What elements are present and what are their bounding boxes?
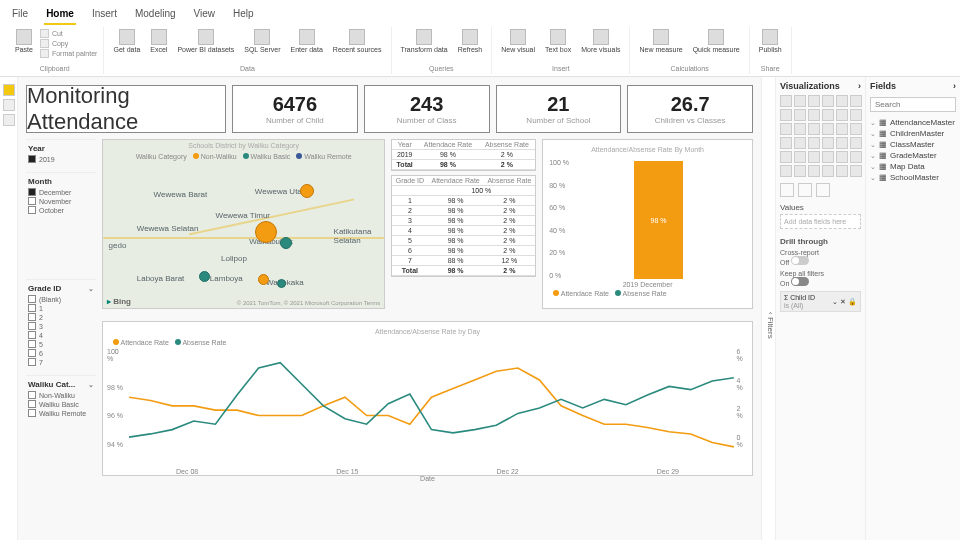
table-row[interactable]: 398 %2 % (392, 216, 535, 226)
visual-type-icon[interactable] (780, 123, 792, 135)
textbox-button[interactable]: Text box (542, 27, 574, 55)
visual-picker[interactable] (780, 95, 861, 177)
slicer-option[interactable]: November (28, 197, 94, 205)
new-visual-button[interactable]: New visual (498, 27, 538, 55)
grade-table[interactable]: Grade IDAttendace RateAbsense Rate 100 %… (391, 175, 536, 277)
slicer-grade[interactable]: Grade ID⌄ (Blank)1234567 (26, 279, 96, 369)
copy-button[interactable]: Copy (40, 39, 98, 48)
slicer-year[interactable]: Year 2019 (26, 139, 96, 166)
field-table[interactable]: ⌄▦ClassMaster (870, 140, 956, 149)
slicer-option[interactable]: Waliku Basic (28, 400, 94, 408)
tab-insert[interactable]: Insert (90, 4, 119, 25)
visual-type-icon[interactable] (836, 123, 848, 135)
tab-home[interactable]: Home (44, 4, 76, 25)
visual-type-icon[interactable] (808, 95, 820, 107)
visual-type-icon[interactable] (794, 165, 806, 177)
refresh-button[interactable]: Refresh (455, 27, 486, 55)
visual-type-icon[interactable] (850, 123, 862, 135)
visual-type-icon[interactable] (822, 123, 834, 135)
kpi-schools[interactable]: 21Number of School (496, 85, 622, 133)
values-well[interactable]: Add data fields here (780, 214, 861, 229)
get-data-button[interactable]: Get data (110, 27, 143, 55)
cut-button[interactable]: Cut (40, 29, 98, 38)
slicer-option[interactable]: Non-Waliku (28, 391, 94, 399)
visual-type-icon[interactable] (780, 151, 792, 163)
drill-chip[interactable]: Σ Child IDis (All) ⌄ ✕ 🔒 (780, 291, 861, 312)
map-marker[interactable] (300, 184, 314, 198)
slicer-option[interactable]: 4 (28, 331, 94, 339)
visual-type-icon[interactable] (808, 151, 820, 163)
visual-type-icon[interactable] (808, 109, 820, 121)
bar-segment[interactable]: 98 % (634, 161, 683, 279)
recent-sources-button[interactable]: Recent sources (330, 27, 385, 55)
visual-type-icon[interactable] (836, 95, 848, 107)
bar-chart[interactable]: Attendance/Absense Rate By Month 100 %80… (542, 139, 753, 309)
table-row[interactable]: 298 %2 % (392, 206, 535, 216)
kpi-children[interactable]: 6476Number of Child (232, 85, 358, 133)
slicer-option[interactable]: 2 (28, 313, 94, 321)
tab-file[interactable]: File (10, 4, 30, 25)
slicer-option[interactable]: (Blank) (28, 295, 94, 303)
transform-button[interactable]: Transform data (398, 27, 451, 55)
visual-type-icon[interactable] (794, 137, 806, 149)
report-view-icon[interactable] (3, 84, 15, 96)
slicer-option[interactable]: 6 (28, 349, 94, 357)
visual-type-icon[interactable] (794, 151, 806, 163)
format-painter-button[interactable]: Format painter (40, 49, 98, 58)
pbi-datasets-button[interactable]: Power BI datasets (174, 27, 237, 55)
visual-type-icon[interactable] (780, 165, 792, 177)
visual-type-icon[interactable] (794, 123, 806, 135)
table-row[interactable]: 698 %2 % (392, 246, 535, 256)
field-table[interactable]: ⌄▦Map Data (870, 162, 956, 171)
visual-type-icon[interactable] (836, 151, 848, 163)
tab-modeling[interactable]: Modeling (133, 4, 178, 25)
slicer-option[interactable]: Waliku Remote (28, 409, 94, 417)
visual-type-icon[interactable] (836, 137, 848, 149)
visual-type-icon[interactable] (808, 123, 820, 135)
sql-button[interactable]: SQL Server (241, 27, 283, 55)
kpi-classes[interactable]: 243Number of Class (364, 85, 490, 133)
visual-type-icon[interactable] (780, 109, 792, 121)
table-row[interactable]: 201998 %2 % (392, 150, 535, 160)
visual-type-icon[interactable] (822, 109, 834, 121)
table-row[interactable]: 598 %2 % (392, 236, 535, 246)
line-chart[interactable]: Attendance/Absense Rate by Day Attendace… (102, 321, 753, 476)
slicer-waliku[interactable]: Waliku Cat...⌄ Non-WalikuWaliku BasicWal… (26, 375, 96, 420)
slicer-option[interactable]: 3 (28, 322, 94, 330)
map-marker[interactable] (255, 221, 277, 243)
enter-data-button[interactable]: Enter data (288, 27, 326, 55)
fields-search-input[interactable] (870, 97, 956, 112)
visual-type-icon[interactable] (808, 137, 820, 149)
map-marker[interactable] (280, 237, 292, 249)
slicer-option[interactable]: 2019 (28, 155, 94, 163)
visual-type-icon[interactable] (794, 109, 806, 121)
visual-type-icon[interactable] (808, 165, 820, 177)
slicer-month[interactable]: Month DecemberNovemberOctober (26, 172, 96, 217)
close-icon[interactable]: ✕ (840, 298, 846, 305)
table-row[interactable]: 788 %12 % (392, 256, 535, 266)
more-visuals-button[interactable]: More visuals (578, 27, 623, 55)
quick-measure-button[interactable]: Quick measure (690, 27, 743, 55)
fields-tab-icon[interactable] (780, 183, 794, 197)
visual-type-icon[interactable] (780, 95, 792, 107)
tab-view[interactable]: View (192, 4, 218, 25)
visual-type-icon[interactable] (836, 165, 848, 177)
visual-type-icon[interactable] (850, 137, 862, 149)
model-view-icon[interactable] (3, 114, 15, 126)
table-row[interactable]: 498 %2 % (392, 226, 535, 236)
map-marker[interactable] (277, 279, 286, 288)
filters-pane-collapsed[interactable]: ‹ Filters (761, 77, 775, 540)
table-row[interactable]: 198 %2 % (392, 196, 535, 206)
chevron-down-icon[interactable]: ⌄ (88, 285, 94, 293)
kpi-ratio[interactable]: 26.7Children vs Classes (627, 85, 753, 133)
new-measure-button[interactable]: New measure (636, 27, 685, 55)
field-table[interactable]: ⌄▦SchoolMaster (870, 173, 956, 182)
visual-type-icon[interactable] (850, 95, 862, 107)
visual-type-icon[interactable] (822, 151, 834, 163)
visual-type-icon[interactable] (822, 95, 834, 107)
keep-filters-toggle[interactable]: On (780, 277, 861, 287)
visual-type-icon[interactable] (850, 151, 862, 163)
field-table[interactable]: ⌄▦ChildrenMaster (870, 129, 956, 138)
chevron-down-icon[interactable]: ⌄ (88, 381, 94, 389)
chevron-right-icon[interactable]: › (858, 81, 861, 91)
